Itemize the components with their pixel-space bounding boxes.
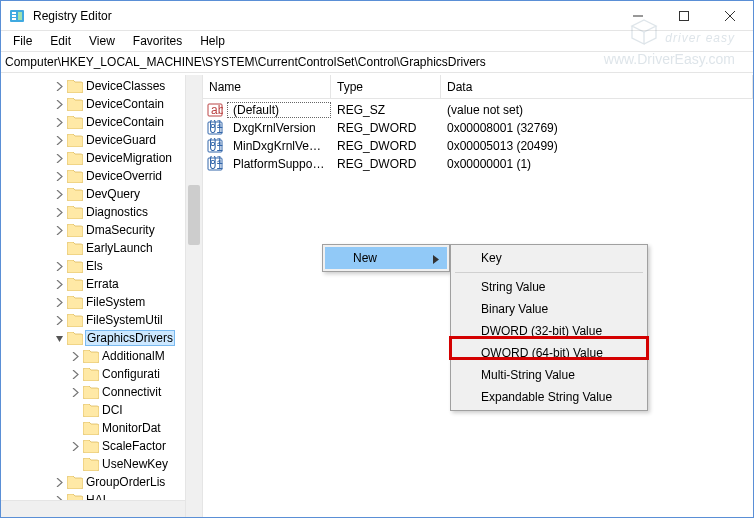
tree-item-label: Errata <box>86 277 119 291</box>
expand-icon[interactable] <box>51 473 67 491</box>
tree-item[interactable]: DeviceOverrid <box>1 167 202 185</box>
expand-icon[interactable] <box>51 221 67 239</box>
tree-item[interactable]: DeviceContain <box>1 113 202 131</box>
tree-item[interactable]: DmaSecurity <box>1 221 202 239</box>
value-name: (Default) <box>227 102 331 118</box>
expand-icon[interactable] <box>51 77 67 95</box>
ctx-qword[interactable]: QWORD (64-bit) Value <box>453 342 645 364</box>
expand-icon[interactable] <box>51 203 67 221</box>
tree-item[interactable]: GroupOrderLis <box>1 473 202 491</box>
maximize-button[interactable] <box>661 1 707 31</box>
tree-item[interactable]: Configurati <box>1 365 202 383</box>
expand-icon[interactable] <box>51 149 67 167</box>
ctx-dword-label: DWORD (32-bit) Value <box>481 324 602 338</box>
tree-item[interactable]: EarlyLaunch <box>1 239 202 257</box>
tree-item[interactable]: DevQuery <box>1 185 202 203</box>
ctx-key[interactable]: Key <box>453 247 645 269</box>
ctx-new[interactable]: New <box>325 247 447 269</box>
ctx-string[interactable]: String Value <box>453 276 645 298</box>
menu-favorites[interactable]: Favorites <box>125 32 190 50</box>
expand-icon[interactable] <box>67 383 83 401</box>
list-row[interactable]: ab(Default)REG_SZ(value not set) <box>203 101 753 119</box>
tree-hscrollbar[interactable] <box>1 500 185 517</box>
value-type: REG_SZ <box>331 103 441 117</box>
menubar: File Edit View Favorites Help <box>1 31 753 51</box>
folder-icon <box>67 241 83 255</box>
tree-item-label: FileSystem <box>86 295 145 309</box>
tree-item[interactable]: DeviceGuard <box>1 131 202 149</box>
tree-pane[interactable]: DeviceClassesDeviceContainDeviceContainD… <box>1 75 203 517</box>
list-row[interactable]: 011010PlatformSupport...REG_DWORD0x00000… <box>203 155 753 173</box>
tree-item-label: FileSystemUtil <box>86 313 163 327</box>
expand-icon[interactable] <box>51 185 67 203</box>
ctx-dword[interactable]: DWORD (32-bit) Value <box>453 320 645 342</box>
col-data[interactable]: Data <box>441 75 753 98</box>
expand-icon[interactable] <box>67 437 83 455</box>
svg-text:010: 010 <box>210 140 224 154</box>
col-type[interactable]: Type <box>331 75 441 98</box>
tree-item[interactable]: Diagnostics <box>1 203 202 221</box>
ctx-binary[interactable]: Binary Value <box>453 298 645 320</box>
tree-item[interactable]: DCI <box>1 401 202 419</box>
submenu-arrow-icon <box>433 253 439 267</box>
ctx-expand-label: Expandable String Value <box>481 390 612 404</box>
col-name[interactable]: Name <box>203 75 331 98</box>
window: Registry Editor File Edit View Favorites… <box>0 0 754 518</box>
menu-file[interactable]: File <box>5 32 40 50</box>
value-name: PlatformSupport... <box>227 157 331 171</box>
context-menu-primary: New <box>322 244 450 272</box>
tree-item[interactable]: AdditionalM <box>1 347 202 365</box>
expand-icon[interactable] <box>51 329 67 347</box>
ctx-key-label: Key <box>481 251 502 265</box>
menu-help[interactable]: Help <box>192 32 233 50</box>
menu-view[interactable]: View <box>81 32 123 50</box>
expand-icon[interactable] <box>67 365 83 383</box>
tree-item[interactable]: ScaleFactor <box>1 437 202 455</box>
address-text: Computer\HKEY_LOCAL_MACHINE\SYSTEM\Curre… <box>5 55 486 69</box>
window-buttons <box>615 1 753 30</box>
tree-item-label: DeviceClasses <box>86 79 165 93</box>
tree-item[interactable]: UseNewKey <box>1 455 202 473</box>
close-button[interactable] <box>707 1 753 31</box>
tree-vscrollbar[interactable] <box>185 75 202 517</box>
expand-icon[interactable] <box>51 113 67 131</box>
tree-item[interactable]: DeviceClasses <box>1 77 202 95</box>
context-menu-new: Key String Value Binary Value DWORD (32-… <box>450 244 648 411</box>
svg-rect-2 <box>12 15 16 17</box>
expand-icon[interactable] <box>67 347 83 365</box>
tree-item[interactable]: DeviceContain <box>1 95 202 113</box>
expand-icon[interactable] <box>51 257 67 275</box>
menu-edit[interactable]: Edit <box>42 32 79 50</box>
list-row[interactable]: 011010MinDxgKrnlVersi...REG_DWORD0x00005… <box>203 137 753 155</box>
tree-item[interactable]: Connectivit <box>1 383 202 401</box>
tree-item[interactable]: DeviceMigration <box>1 149 202 167</box>
expand-icon[interactable] <box>51 293 67 311</box>
binary-value-icon: 011010 <box>207 156 223 172</box>
expand-icon[interactable] <box>51 275 67 293</box>
minimize-button[interactable] <box>615 1 661 31</box>
svg-rect-4 <box>18 12 22 20</box>
folder-icon <box>83 403 99 417</box>
expand-icon <box>67 401 83 419</box>
svg-rect-6 <box>680 12 689 21</box>
ctx-expand[interactable]: Expandable String Value <box>453 386 645 408</box>
tree-item[interactable]: Errata <box>1 275 202 293</box>
tree-item[interactable]: FileSystemUtil <box>1 311 202 329</box>
tree-item-label: DeviceGuard <box>86 133 156 147</box>
list-row[interactable]: 011010DxgKrnlVersionREG_DWORD0x00008001 … <box>203 119 753 137</box>
svg-rect-1 <box>12 12 16 14</box>
expand-icon[interactable] <box>51 95 67 113</box>
window-title: Registry Editor <box>33 9 615 23</box>
address-bar[interactable]: Computer\HKEY_LOCAL_MACHINE\SYSTEM\Curre… <box>1 51 753 73</box>
tree-item[interactable]: MonitorDat <box>1 419 202 437</box>
tree-item-label: Configurati <box>102 367 160 381</box>
expand-icon[interactable] <box>51 167 67 185</box>
tree-item[interactable]: FileSystem <box>1 293 202 311</box>
tree-item[interactable]: Els <box>1 257 202 275</box>
value-type: REG_DWORD <box>331 139 441 153</box>
expand-icon[interactable] <box>51 311 67 329</box>
folder-icon <box>67 115 83 129</box>
expand-icon[interactable] <box>51 131 67 149</box>
ctx-multi[interactable]: Multi-String Value <box>453 364 645 386</box>
tree-item[interactable]: GraphicsDrivers <box>1 329 202 347</box>
